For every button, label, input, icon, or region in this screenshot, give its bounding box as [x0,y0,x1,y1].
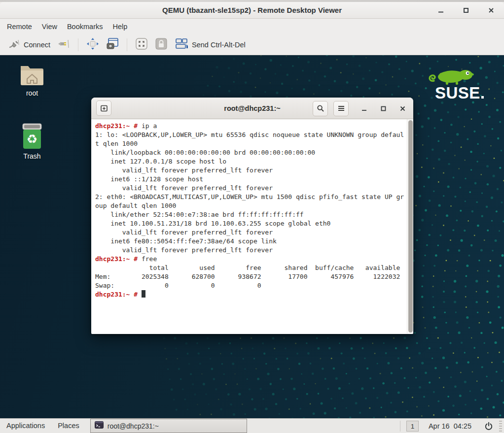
terminal-window: root@dhcp231:~ [91,98,413,334]
terminal-line: inet6 ::1/128 scope host [95,175,406,184]
connect-button[interactable]: Connect [5,36,54,53]
terminal-line: oup default qlen 1000 [95,201,406,210]
hamburger-icon [338,105,345,111]
suse-logo-dot [481,96,484,99]
remote-desktop-view: root ♻ Trash SUSE [0,55,504,418]
desktop-icon-label: Trash [13,152,51,160]
trash-icon: ♻ [13,123,51,150]
screenshot-icon [106,37,119,52]
maximize-icon[interactable] [460,4,472,16]
menu-help[interactable]: Help [108,19,132,34]
fullscreen-button[interactable] [83,35,103,54]
usb-device-button[interactable] [151,35,171,54]
terminal-line: inet6 fe80::5054:ff:fee7:38ae/64 scope l… [95,237,406,246]
terminal-line: dhcp231:~ # ip a [95,122,406,131]
terminal-maximize-icon[interactable] [377,102,389,114]
send-ctrl-alt-del-button[interactable]: Send Ctrl-Alt-Del [171,35,249,54]
window-list-label: root@dhcp231:~ [108,422,159,430]
search-icon [317,104,324,112]
menu-view[interactable]: View [37,19,62,34]
terminal-line: 2: eth0: <BROADCAST,MULTICAST,UP,LOWER_U… [95,193,406,201]
terminal-titlebar: root@dhcp231:~ [91,98,413,119]
clock[interactable]: Apr 16 04:25 [429,422,471,430]
desktop-icon-label: root [13,89,51,97]
terminal-minimize-icon[interactable] [358,102,370,114]
terminal-line: dhcp231:~ # [95,290,406,299]
plug-disconnect-icon [57,38,70,51]
terminal-line: total used free shared buff/cache availa… [95,264,406,272]
window-list-button[interactable]: root@dhcp231:~ [90,419,247,433]
terminal-output[interactable]: dhcp231:~ # ip a1: lo: <LOOPBACK,UP,LOWE… [95,122,406,333]
terminal-line: valid_lft forever preferred_lft forever [95,184,406,193]
terminal-line: t qlen 1000 [95,139,406,148]
send-ctrl-alt-del-label: Send Ctrl-Alt-Del [192,41,246,49]
desktop-icon-root[interactable]: root [13,63,51,97]
suse-logo: SUSE [424,66,493,100]
toolbar-separator [127,38,127,51]
power-icon[interactable] [484,422,493,431]
terminal-line: valid_lft forever preferred_lft forever [95,246,406,255]
toolbar: Connect [0,34,504,55]
terminal-line: link/ether 52:54:00:e7:38:ae brd ff:ff:f… [95,210,406,219]
fullscreen-icon [86,37,99,52]
terminal-line: valid_lft forever preferred_lft forever [95,228,406,237]
plug-connect-icon [8,38,20,51]
resize-grip [499,421,502,432]
menubar: Remote View Bookmarks Help [0,19,504,34]
lock-icon [155,37,168,52]
shell-prompt: dhcp231:~ # [95,291,138,298]
terminal-line: inet 127.0.0.1/8 scope host lo [95,157,406,166]
taskbar-separator [400,421,400,432]
shell-prompt: dhcp231:~ # [95,122,138,130]
desktop-icon-trash[interactable]: ♻ Trash [13,123,51,160]
terminal-cursor [142,290,145,298]
terminal-line: link/loopback 00:00:00:00:00:00 brd 00:0… [95,148,406,157]
toolbar-separator [78,38,78,51]
taskbar: Applications Places root@dhcp231:~ 1 Apr… [0,418,504,433]
keyboard-icon [175,37,188,52]
minimize-icon[interactable] [435,4,447,16]
screenshot-button[interactable] [103,35,122,54]
workspace-switcher[interactable]: 1 [406,421,419,432]
terminal-close-icon[interactable] [396,102,408,114]
applications-menu[interactable]: Applications [0,419,51,433]
disconnect-button[interactable] [54,36,73,53]
terminal-line: valid_lft forever preferred_lft forever [95,166,406,175]
terminal-line: dhcp231:~ # free [95,255,406,264]
search-button[interactable] [313,101,328,116]
viewer-titlebar: QEMU (tbazant-sle15sp2) - Remote Desktop… [0,2,504,19]
connect-label: Connect [24,41,50,49]
shell-prompt: dhcp231:~ # [95,255,138,263]
terminal-app-icon [95,421,104,431]
menu-bookmarks[interactable]: Bookmarks [62,19,108,34]
zoom-fit-icon [135,37,148,52]
terminal-line: 1: lo: <LOOPBACK,UP,LOWER_UP> mtu 65536 … [95,131,406,139]
scrollbar-thumb[interactable] [408,120,413,333]
viewer-title: QEMU (tbazant-sle15sp2) - Remote Desktop… [0,2,504,19]
terminal-line: Swap: 0 0 0 [95,281,406,290]
places-menu[interactable]: Places [51,419,86,433]
close-icon[interactable] [485,4,497,16]
terminal-line: inet 10.100.51.231/18 brd 10.100.63.255 … [95,219,406,228]
svg-text:♻: ♻ [27,132,37,146]
suse-wordmark: SUSE [435,84,484,102]
menu-button[interactable] [333,101,349,116]
home-folder-icon [13,63,51,87]
terminal-scrollbar [407,119,413,333]
menu-remote[interactable]: Remote [2,19,37,34]
terminal-line: Mem: 2025348 628700 938672 17700 457976 … [95,272,406,281]
zoom-fit-button[interactable] [132,35,151,54]
terminal-body: dhcp231:~ # ip a1: lo: <LOOPBACK,UP,LOWE… [91,119,413,333]
